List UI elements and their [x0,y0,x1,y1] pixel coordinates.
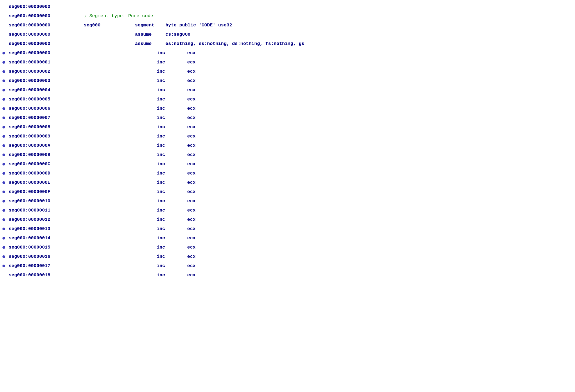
bullet-col [0,52,8,54]
address-col: seg000:00000016 [8,252,84,261]
bullet-col [0,89,8,91]
operand-col: ecx [187,141,196,150]
mnemonic-col: inc [155,243,187,252]
operand-col: ecx [187,86,196,94]
code-line[interactable]: seg000:00000007incecx [0,113,575,122]
code-line[interactable]: seg000:0000000Cincecx [0,160,575,169]
bullet-col [0,209,8,212]
breakpoint-bullet[interactable] [2,200,5,203]
breakpoint-bullet[interactable] [2,126,5,128]
mnemonic-col: inc [155,252,187,261]
breakpoint-bullet[interactable] [2,144,5,147]
disassembly-view[interactable]: seg000:00000000seg000:00000000; Segment … [0,0,575,392]
breakpoint-bullet[interactable] [2,70,5,73]
bullet-col [0,98,8,101]
bullet-col [0,265,8,267]
code-line[interactable]: seg000:00000009incecx [0,132,575,141]
bullet-col [0,61,8,64]
address-col: seg000:00000018 [8,271,84,280]
bullet-col [0,163,8,166]
operand-col: ecx [187,271,196,280]
bullet-col [0,237,8,240]
bullet-col [0,126,8,128]
breakpoint-bullet[interactable] [2,107,5,110]
breakpoint-bullet[interactable] [2,255,5,258]
code-line[interactable]: seg000:00000000incecx [0,48,575,58]
code-line[interactable]: seg000:00000001incecx [0,58,575,67]
operand-col: ecx [187,160,196,169]
mnemonic-col: inc [155,188,187,196]
code-line[interactable]: seg000:00000011incecx [0,206,575,215]
code-line[interactable]: seg000:00000000assumees:nothing, ss:noth… [0,39,575,48]
address-col: seg000:00000009 [8,132,84,141]
code-line[interactable]: seg000:00000005incecx [0,95,575,104]
code-line[interactable]: seg000:00000010incecx [0,197,575,206]
breakpoint-bullet[interactable] [2,117,5,119]
breakpoint-bullet[interactable] [2,191,5,193]
mnemonic-col: inc [155,234,187,243]
code-line[interactable]: seg000:00000003incecx [0,76,575,85]
bullet-col [0,255,8,258]
code-line[interactable]: seg000:00000012incecx [0,215,575,224]
code-line[interactable]: seg000:00000013incecx [0,224,575,234]
code-line[interactable]: seg000:00000000assumecs:seg000 [0,30,575,39]
bullet-col [0,79,8,82]
breakpoint-bullet[interactable] [2,181,5,184]
code-line[interactable]: seg000:00000017incecx [0,261,575,271]
bullet-col [0,154,8,156]
operand-col: ecx [187,49,196,57]
bullet-col [0,135,8,138]
mnemonic-col: inc [155,114,187,122]
address-col: seg000:00000008 [8,123,84,131]
bullet-col [0,107,8,110]
bullet-col [0,246,8,249]
breakpoint-bullet[interactable] [2,154,5,156]
code-line[interactable]: seg000:0000000Bincecx [0,150,575,160]
code-line[interactable]: seg000:00000015incecx [0,243,575,252]
operand-col: ecx [187,178,196,187]
code-line[interactable]: seg000:00000016incecx [0,252,575,261]
breakpoint-bullet[interactable] [2,52,5,54]
breakpoint-bullet[interactable] [2,61,5,64]
bullet-col [0,117,8,119]
mnemonic-col: inc [155,76,187,85]
code-line[interactable]: seg000:00000002incecx [0,67,575,76]
breakpoint-bullet[interactable] [2,265,5,267]
breakpoint-bullet[interactable] [2,98,5,101]
code-line[interactable]: seg000:0000000Dincecx [0,169,575,178]
breakpoint-bullet[interactable] [2,172,5,175]
operand-col: ecx [187,104,196,113]
operand-col: ecx [187,67,196,76]
code-line[interactable]: seg000:0000000Eincecx [0,178,575,187]
breakpoint-bullet[interactable] [2,135,5,138]
mnemonic-col: inc [155,225,187,233]
address-col: seg000:00000001 [8,58,84,67]
breakpoint-bullet[interactable] [2,89,5,91]
breakpoint-bullet[interactable] [2,218,5,221]
code-line[interactable]: seg000:0000000Fincecx [0,187,575,197]
breakpoint-bullet[interactable] [2,209,5,212]
code-view: seg000:00000000seg000:00000000; Segment … [0,2,575,280]
breakpoint-bullet[interactable] [2,237,5,240]
mnemonic-col: inc [155,104,187,113]
code-line[interactable]: seg000:00000004incecx [0,85,575,95]
code-line[interactable]: seg000:00000018incecx [0,271,575,280]
bullet-col [0,144,8,147]
code-line[interactable]: seg000:00000014incecx [0,234,575,243]
code-line[interactable]: seg000:0000000Aincecx [0,141,575,150]
operand-col: ecx [187,234,196,243]
code-line[interactable]: seg000:00000000 [0,2,575,11]
mnemonic-col: inc [155,206,187,215]
code-line[interactable]: seg000:00000000; Segment type: Pure code [0,11,575,21]
breakpoint-bullet[interactable] [2,79,5,82]
breakpoint-bullet[interactable] [2,228,5,230]
mnemonic-col: inc [155,160,187,169]
breakpoint-bullet[interactable] [2,163,5,166]
address-col: seg000:00000005 [8,95,84,104]
code-line[interactable]: seg000:00000008incecx [0,122,575,132]
code-line[interactable]: seg000:00000006incecx [0,104,575,113]
address-col: seg000:00000002 [8,67,84,76]
mnemonic-col: segment [133,21,165,30]
breakpoint-bullet[interactable] [2,246,5,249]
code-line[interactable]: seg000:00000000seg000segmentbyte public … [0,21,575,30]
